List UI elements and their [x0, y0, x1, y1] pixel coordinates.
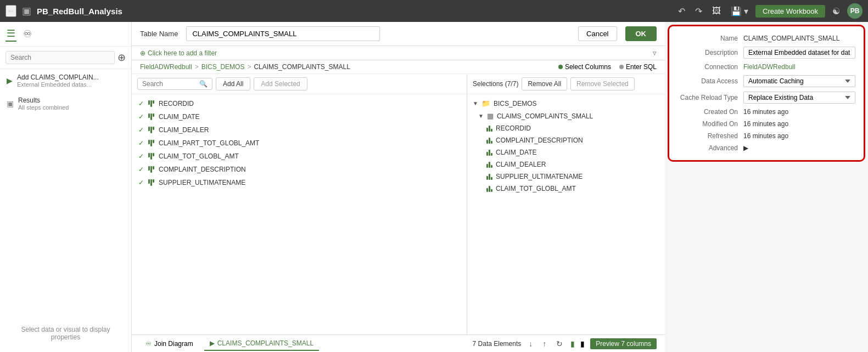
- advanced-row: Advanced ▶: [677, 144, 855, 152]
- up-arrow-button[interactable]: ↑: [540, 338, 548, 349]
- down-arrow-button[interactable]: ↓: [527, 338, 535, 349]
- connection-value[interactable]: FieldADWRedbull: [743, 63, 796, 71]
- description-label: Description: [677, 49, 738, 56]
- description-input[interactable]: [743, 47, 855, 59]
- tree-col-icon: [486, 138, 492, 144]
- tree-col-icon: [486, 174, 492, 180]
- created-on-value: 16 minutes ago: [743, 108, 788, 116]
- results-content: Results All steps combined: [18, 96, 69, 111]
- list-item[interactable]: ✓ CLAIM_PART_TOT_GLOBL_AMT: [132, 137, 467, 150]
- cache-reload-select[interactable]: Replace Existing Data Append Data: [743, 92, 855, 104]
- tree-item[interactable]: COMPLAINT_DESCRIPTION: [467, 134, 665, 146]
- add-filter-button[interactable]: ⊕ Click here to add a filter: [140, 49, 217, 57]
- name-row: Name CLAIMS_COMPLAINTS_SMALL: [677, 35, 855, 42]
- sidebar-tab-connect[interactable]: ♾: [22, 26, 33, 42]
- tree-table-item[interactable]: ▼ ▦ CLAIMS_COMPLAINTS_SMALL: [467, 110, 665, 122]
- back-button[interactable]: ←: [5, 5, 16, 17]
- preview-icon-button[interactable]: 🖼: [709, 5, 724, 17]
- data-elements-status: 7 Data Elements: [473, 340, 522, 348]
- workbook-icon: ▣: [22, 5, 31, 17]
- join-diagram-tab[interactable]: ♾ Join Diagram: [140, 337, 199, 350]
- create-workbook-button[interactable]: Create Workbook: [755, 5, 825, 18]
- list-item[interactable]: ✓ CLAIM_DATE: [132, 110, 467, 123]
- center-content: Table Name Cancel OK ⊕ Click here to add…: [132, 22, 665, 352]
- sidebar-search-area: ⊕: [0, 47, 131, 69]
- list-item[interactable]: ✓ CLAIM_TOT_GLOBL_AMT: [132, 150, 467, 163]
- preview-button[interactable]: Preview 7 columns: [590, 338, 657, 349]
- tree-item[interactable]: CLAIM_DEALER: [467, 158, 665, 171]
- column-search-box[interactable]: 🔍: [137, 78, 212, 90]
- available-columns-panel: 🔍 Add All Add Selected ✓ RECORDID ✓: [132, 74, 467, 334]
- sidebar-search-input[interactable]: [5, 51, 115, 64]
- sidebar-tabs: ☰ ♾: [0, 22, 131, 47]
- tree-item[interactable]: RECORDID: [467, 122, 665, 134]
- description-row: Description: [677, 47, 855, 59]
- tree-folder-item[interactable]: ▼ 📁 BICS_DEMOS: [467, 97, 665, 110]
- data-access-row: Data Access Automatic Caching Live Manua…: [677, 75, 855, 87]
- add-selected-button[interactable]: Add Selected: [254, 77, 307, 90]
- info-panel-wrapper: Name CLAIMS_COMPLAINTS_SMALL Description…: [665, 22, 868, 352]
- selections-panel: Selections (7/7) Remove All Remove Selec…: [467, 74, 665, 334]
- tree-item[interactable]: SUPPLIER_ULTIMATENAME: [467, 171, 665, 183]
- tree-arrow: ▼: [473, 100, 478, 106]
- bookmark-button[interactable]: ☯: [830, 5, 843, 18]
- tree-item[interactable]: CLAIM_TOT_GLOBL_AMT: [467, 183, 665, 195]
- refreshed-value: 16 minutes ago: [743, 132, 788, 140]
- columns-area: 🔍 Add All Add Selected ✓ RECORDID ✓: [132, 74, 665, 334]
- sidebar-results[interactable]: ▣ Results All steps combined: [0, 92, 131, 115]
- tree-col-label: COMPLAINT_DESCRIPTION: [496, 137, 583, 144]
- column-bar-icon: [148, 153, 154, 160]
- table-name-input[interactable]: [186, 26, 380, 41]
- ok-button[interactable]: OK: [625, 26, 657, 41]
- remove-all-button[interactable]: Remove All: [522, 77, 567, 90]
- column-bar-icon: [148, 100, 154, 107]
- tree-col-icon: [486, 126, 492, 132]
- refreshed-label: Refreshed: [677, 132, 738, 140]
- undo-button[interactable]: ↶: [675, 5, 688, 18]
- add-all-button[interactable]: Add All: [216, 77, 250, 90]
- column-search-input[interactable]: [142, 80, 197, 88]
- tree-col-label: CLAIM_DATE: [496, 149, 536, 156]
- list-item[interactable]: ✓ RECORDID: [132, 97, 467, 110]
- sidebar-item-claims[interactable]: ▶ Add CLAIMS_COMPLAIN... External Embedd…: [0, 69, 131, 92]
- save-button[interactable]: 💾 ▾: [728, 5, 751, 18]
- cache-reload-row: Cache Reload Type Replace Existing Data …: [677, 92, 855, 104]
- redo-button[interactable]: ↷: [692, 5, 705, 18]
- check-icon: ✓: [138, 152, 144, 160]
- column-bar-icon: [148, 127, 154, 133]
- folder-label: BICS_DEMOS: [494, 100, 537, 107]
- list-item[interactable]: ✓ CLAIM_DEALER: [132, 123, 467, 137]
- enter-sql-label: Enter SQL: [626, 63, 657, 71]
- refresh-button[interactable]: ↻: [554, 338, 565, 349]
- column-bar-icon: [148, 179, 154, 186]
- table-tab[interactable]: ▶ CLAIMS_COMPLAINTS_SMALL: [204, 337, 319, 351]
- advanced-arrow[interactable]: ▶: [743, 144, 748, 152]
- sidebar-add-button[interactable]: ⊕: [117, 52, 126, 64]
- filter-icon[interactable]: ▿: [653, 49, 657, 57]
- check-icon: ✓: [138, 113, 144, 121]
- check-icon: ✓: [138, 100, 144, 107]
- list-item[interactable]: ✓ SUPPLIER_ULTIMATENAME: [132, 176, 467, 189]
- tree-col-label: CLAIM_TOT_GLOBL_AMT: [496, 185, 576, 192]
- created-on-label: Created On: [677, 108, 738, 116]
- results-icon: ▣: [7, 99, 14, 108]
- cancel-button[interactable]: Cancel: [578, 26, 617, 41]
- select-columns-mode[interactable]: Select Columns: [558, 63, 611, 71]
- remove-selected-button[interactable]: Remove Selected: [570, 77, 635, 90]
- breadcrumb-part2[interactable]: BICS_DEMOS: [201, 63, 245, 71]
- top-bar-actions: ↶ ↷ 🖼 💾 ▾ Create Workbook ☯ PB: [675, 3, 863, 19]
- tree-col-label: RECORDID: [496, 124, 531, 132]
- results-title: Results: [18, 96, 69, 104]
- breadcrumb-part1[interactable]: FieldADWRedbull: [140, 63, 192, 71]
- tree-col-label: SUPPLIER_ULTIMATENAME: [496, 173, 583, 180]
- tree-col-label: CLAIM_DEALER: [496, 161, 546, 168]
- data-access-select[interactable]: Automatic Caching Live Manual Caching: [743, 75, 855, 87]
- sidebar-tab-menu[interactable]: ☰: [5, 26, 16, 42]
- column-name: CLAIM_PART_TOT_GLOBL_AMT: [159, 139, 259, 147]
- columns-toolbar: 🔍 Add All Add Selected: [132, 74, 467, 94]
- column-name: SUPPLIER_ULTIMATENAME: [159, 179, 245, 186]
- enter-sql-mode[interactable]: Enter SQL: [619, 63, 657, 71]
- data-access-label: Data Access: [677, 77, 738, 85]
- tree-item[interactable]: CLAIM_DATE: [467, 146, 665, 158]
- list-item[interactable]: ✓ COMPLAINT_DESCRIPTION: [132, 163, 467, 176]
